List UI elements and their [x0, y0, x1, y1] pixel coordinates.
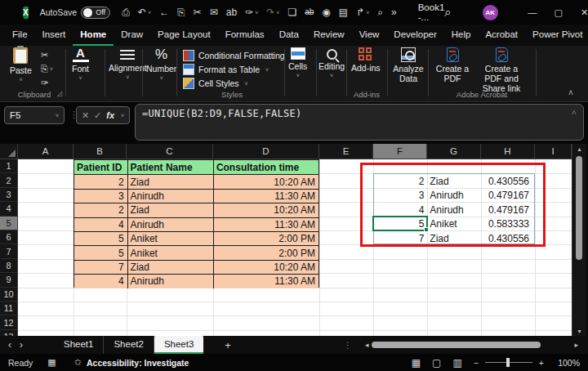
- column-header-E[interactable]: E: [319, 144, 373, 159]
- macro-record-icon[interactable]: ▦: [47, 357, 56, 368]
- new-file-icon[interactable]: ❏: [284, 6, 300, 19]
- horizontal-scrollbar[interactable]: ⋮ ◂ ▸: [344, 341, 581, 350]
- zoom-slider[interactable]: [485, 358, 532, 367]
- row-header-3[interactable]: 3: [0, 188, 18, 202]
- column-header-C[interactable]: C: [127, 144, 213, 159]
- undo-icon[interactable]: ↶˅: [135, 6, 154, 19]
- accessibility-status[interactable]: Accessibility: Investigate: [87, 358, 189, 368]
- tab-insert[interactable]: Insert: [35, 25, 74, 46]
- send-email-icon[interactable]: ✉: [207, 6, 221, 19]
- scroll-down-icon[interactable]: ▾: [572, 328, 586, 335]
- autosave-switch[interactable]: Off: [81, 7, 110, 19]
- page-break-view-button[interactable]: ▥: [452, 357, 461, 369]
- format-painter-icon[interactable]: ✑˅: [242, 6, 261, 19]
- cell[interactable]: 2: [74, 203, 127, 217]
- collapse-formula-bar-icon[interactable]: ˄: [572, 108, 577, 117]
- sheet-tab-sheet1[interactable]: Sheet1: [54, 336, 104, 354]
- cell[interactable]: 4: [74, 217, 127, 231]
- row-header-12[interactable]: 12: [0, 315, 18, 329]
- insert-function-icon[interactable]: fx: [106, 110, 114, 120]
- vertical-scroll-thumb[interactable]: [576, 156, 582, 260]
- row-header-9[interactable]: 9: [0, 273, 18, 287]
- tab-file[interactable]: File: [5, 25, 35, 46]
- maximize-button[interactable]: ▢: [546, 0, 572, 25]
- tab-help[interactable]: Help: [444, 25, 479, 46]
- font-menu-button[interactable]: A Font ˅: [72, 47, 89, 81]
- tab-page-layout[interactable]: Page Layout: [150, 25, 218, 46]
- column-header-A[interactable]: A: [18, 144, 74, 159]
- row-header-4[interactable]: 4: [0, 202, 18, 216]
- cell[interactable]: 11:30 AM: [213, 189, 318, 203]
- row-header-13[interactable]: 13: [0, 330, 18, 336]
- close-button[interactable]: ✕: [572, 0, 588, 25]
- dialog-launcher-icon[interactable]: ◿: [57, 90, 62, 97]
- cell[interactable]: Ziad: [127, 260, 213, 274]
- sheet-tab-sheet2[interactable]: Sheet2: [104, 336, 154, 354]
- tab-home[interactable]: Home: [73, 25, 114, 46]
- format-as-table-button[interactable]: Format as Table ˅: [183, 64, 294, 75]
- next-sheet-icon[interactable]: ›: [20, 339, 31, 351]
- alignment-menu-button[interactable]: Alignment ˅: [109, 47, 147, 80]
- cell[interactable]: Anirudh: [127, 217, 213, 231]
- copy-button[interactable]: ⎘˅: [41, 64, 53, 74]
- row-header-5[interactable]: 5: [0, 217, 18, 230]
- back-icon[interactable]: ←: [156, 6, 172, 19]
- row-header-1[interactable]: 1: [0, 159, 18, 173]
- cell[interactable]: 2: [74, 174, 127, 188]
- analyze-data-button[interactable]: Analyze Data: [390, 47, 426, 83]
- people-search-icon[interactable]: ⌕: [374, 6, 386, 19]
- scroll-right-icon[interactable]: ▸: [571, 341, 581, 349]
- column-header-F[interactable]: F: [373, 144, 427, 159]
- column-header-D[interactable]: D: [213, 144, 319, 159]
- cell[interactable]: Consultation time: [213, 160, 318, 174]
- cell[interactable]: Ziad: [127, 174, 213, 188]
- table-header-row[interactable]: Patient IDPatient NameConsultation time: [74, 160, 318, 174]
- name-box[interactable]: F5 ˅: [4, 106, 65, 124]
- column-header-I[interactable]: I: [535, 144, 572, 159]
- row-header-2[interactable]: 2: [0, 173, 18, 187]
- sheet-tab-sheet3[interactable]: Sheet3: [154, 336, 203, 354]
- tab-data[interactable]: Data: [272, 25, 306, 46]
- conditional-formatting-button[interactable]: Conditional Formatting ˅: [183, 50, 294, 61]
- editing-menu-button[interactable]: Editing ˅: [318, 47, 345, 78]
- cell[interactable]: Aniket: [127, 231, 213, 245]
- cell[interactable]: 5: [74, 245, 127, 259]
- create-pdf-button[interactable]: Create a PDF: [434, 47, 470, 83]
- cell[interactable]: Anirudh: [127, 189, 213, 203]
- paste-button[interactable]: Paste ˅: [10, 47, 32, 83]
- zoom-slider-handle[interactable]: [506, 358, 510, 367]
- autosave-toggle[interactable]: AutoSave Off: [40, 7, 111, 19]
- row-header-8[interactable]: 8: [0, 259, 18, 273]
- tab-power-pivot[interactable]: Power Pivot: [525, 25, 588, 46]
- table-row[interactable]: 5Aniket2:00 PM: [74, 245, 318, 259]
- scroll-left-icon[interactable]: ◂: [362, 341, 372, 349]
- cell[interactable]: 7: [74, 260, 127, 274]
- strikethrough-icon[interactable]: ab: [301, 7, 317, 18]
- format-painter-button[interactable]: ✑: [41, 78, 53, 88]
- column-header-G[interactable]: G: [427, 144, 481, 159]
- prev-sheet-icon[interactable]: ‹: [0, 339, 20, 351]
- cut-button[interactable]: ✂: [41, 50, 53, 60]
- scroll-up-icon[interactable]: ▴: [572, 145, 586, 153]
- zoom-in-button[interactable]: +: [539, 358, 544, 368]
- cell[interactable]: 2:00 PM: [213, 245, 318, 259]
- cell-styles-button[interactable]: Cell Styles ˅: [183, 78, 294, 89]
- table-row[interactable]: 2Ziad10:20 AM: [74, 203, 318, 217]
- table-row[interactable]: 5Aniket2:00 PM: [74, 231, 318, 245]
- cell[interactable]: 10:20 AM: [213, 203, 318, 217]
- row-header-11[interactable]: 11: [0, 302, 18, 315]
- cell[interactable]: 11:30 AM: [213, 217, 318, 231]
- cell[interactable]: Patient Name: [127, 160, 213, 174]
- cell[interactable]: 5: [74, 231, 127, 245]
- new-sheet-button[interactable]: +: [215, 337, 241, 353]
- save-icon[interactable]: ⎙: [118, 6, 133, 19]
- zoom-out-button[interactable]: −: [474, 358, 479, 368]
- view-certificate-icon[interactable]: ▤: [336, 6, 351, 19]
- cell[interactable]: 4: [74, 274, 127, 288]
- export-icon[interactable]: ↱˅: [353, 6, 372, 19]
- table-row[interactable]: 2Ziad10:20 AM: [74, 174, 318, 188]
- formula-input[interactable]: =UNIQUE(B2:D9,FALSE,FALSE) ˄: [135, 104, 584, 141]
- zoom-level[interactable]: 100%: [555, 358, 580, 368]
- horizontal-scroll-thumb[interactable]: [372, 342, 541, 348]
- tab-acrobat[interactable]: Acrobat: [478, 25, 525, 46]
